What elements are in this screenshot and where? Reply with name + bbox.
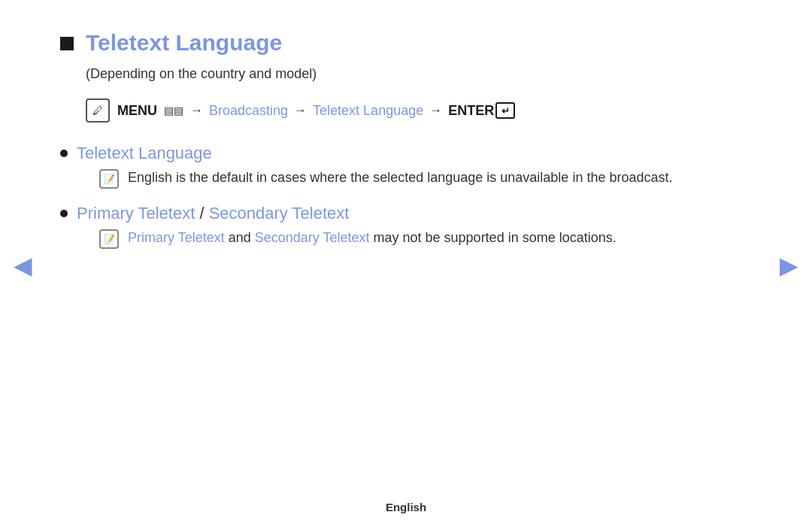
menu-label: MENU: [117, 103, 157, 119]
page-title: Teletext Language: [86, 30, 282, 56]
bullet-section-teletext: Teletext Language 📝 English is the defau…: [60, 144, 677, 189]
note-icon-2: 📝: [99, 229, 119, 249]
note-mid: and: [225, 230, 255, 245]
arrow-2: →: [294, 103, 307, 118]
nav-arrow-right[interactable]: ▶: [780, 251, 798, 280]
note-icon-1: 📝: [99, 169, 119, 189]
broadcasting-link: Broadcasting: [209, 103, 288, 119]
enter-icon: ↵: [495, 102, 515, 119]
enter-label: ENTER↵: [448, 102, 515, 119]
menu-hand-icon: 🖊: [86, 98, 110, 123]
note-end: may not be supported in some locations.: [370, 230, 617, 245]
bullet-dot-1: [60, 150, 68, 157]
secondary-teletext-label: Secondary Teletext: [209, 204, 350, 223]
note-item-teletext: 📝 English is the default in cases where …: [99, 168, 677, 189]
main-content: Teletext Language (Depending on the coun…: [0, 0, 737, 294]
bullet-dot-2: [60, 210, 68, 217]
note-item-primary: 📝 Primary Teletext and Secondary Teletex…: [99, 228, 677, 249]
footer-language: English: [386, 501, 426, 513]
teletext-language-link: Teletext Language: [313, 103, 423, 119]
bullet-item-teletext: Teletext Language: [60, 144, 677, 163]
nav-arrow-left[interactable]: ◀: [14, 251, 32, 280]
note-text-primary: Primary Teletext and Secondary Teletext …: [128, 228, 617, 249]
primary-teletext-label: Primary Teletext: [77, 204, 195, 223]
teletext-language-bullet-label: Teletext Language: [77, 144, 212, 163]
arrow-1: →: [190, 103, 203, 118]
title-row: Teletext Language: [60, 30, 677, 56]
label-sep: /: [195, 204, 208, 223]
bullet-section-primary: Primary Teletext / Secondary Teletext 📝 …: [60, 204, 677, 249]
subtitle: (Depending on the country and model): [86, 66, 677, 82]
title-square-icon: [60, 37, 74, 50]
note-text-teletext: English is the default in cases where th…: [128, 168, 672, 189]
bullet-item-primary: Primary Teletext / Secondary Teletext: [60, 204, 677, 223]
primary-secondary-label: Primary Teletext / Secondary Teletext: [77, 204, 349, 223]
menu-path: 🖊 MENU ▤▤ → Broadcasting → Teletext Lang…: [86, 98, 677, 123]
primary-teletext-note: Primary Teletext: [128, 230, 225, 245]
arrow-3: →: [429, 103, 442, 118]
secondary-teletext-note: Secondary Teletext: [255, 230, 370, 245]
